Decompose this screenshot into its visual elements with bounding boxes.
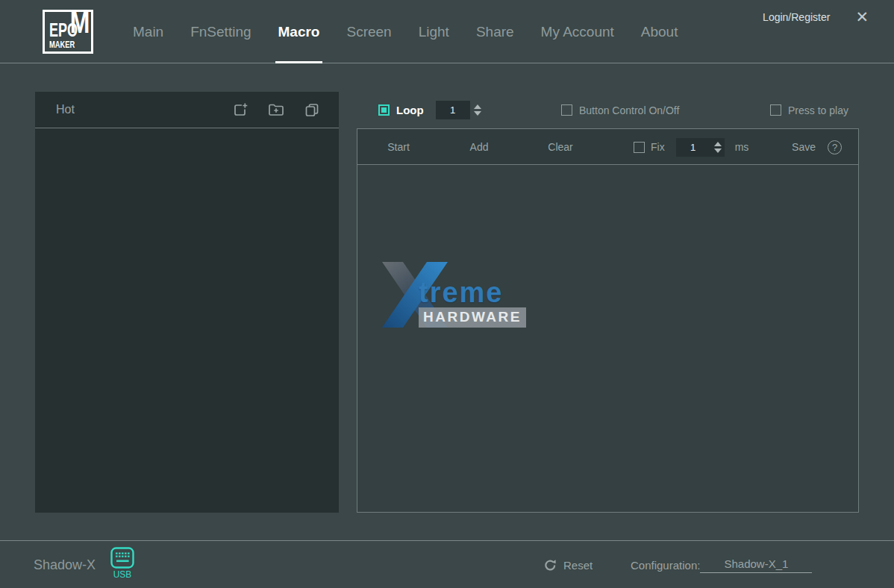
main-nav: Main FnSetting Macro Screen Light Share … — [133, 0, 678, 63]
clear-button[interactable]: Clear — [548, 129, 572, 165]
help-icon[interactable]: ? — [828, 140, 842, 154]
macro-list-title: Hot — [56, 103, 75, 116]
tab-share[interactable]: Share — [476, 0, 514, 63]
add-button[interactable]: Add — [470, 129, 489, 165]
usb-connection-label: USB — [113, 569, 132, 580]
button-control-checkbox[interactable] — [561, 104, 572, 116]
loop-count-input[interactable] — [436, 101, 470, 119]
configuration-name-field[interactable] — [700, 557, 812, 573]
macro-list-actions — [233, 102, 319, 117]
fix-delay-spinner — [710, 138, 725, 157]
reset-button[interactable]: Reset — [544, 541, 593, 588]
save-group: Save ? — [792, 129, 842, 165]
macro-list-header: Hot — [35, 92, 339, 128]
macro-list-panel: Hot — [35, 92, 339, 513]
loop-spin-up-icon[interactable] — [474, 104, 481, 109]
logo-letter-m: M — [69, 7, 90, 37]
close-icon[interactable]: ✕ — [855, 9, 869, 25]
fix-spin-up-icon[interactable] — [714, 142, 722, 146]
tab-my-account[interactable]: My Account — [541, 0, 614, 63]
button-control-label: Button Control On/Off — [579, 104, 679, 116]
fix-unit-label: ms — [735, 141, 749, 153]
tab-fnsetting[interactable]: FnSetting — [190, 0, 251, 63]
start-button[interactable]: Start — [387, 129, 410, 165]
configuration-label: Configuration: — [631, 559, 700, 572]
tab-macro[interactable]: Macro — [278, 0, 320, 63]
login-register-link[interactable]: Login/Register — [763, 11, 830, 23]
top-right-controls: Login/Register ✕ — [763, 9, 869, 25]
macro-steps-area[interactable] — [357, 165, 858, 512]
press-to-play-label: Press to play — [788, 104, 848, 116]
loop-checkbox[interactable] — [378, 104, 390, 116]
device-name: Shadow-X — [34, 541, 96, 588]
save-button[interactable]: Save — [792, 141, 816, 153]
fix-checkbox[interactable] — [634, 142, 645, 153]
add-folder-icon[interactable] — [268, 102, 284, 117]
loop-count-spinner — [470, 101, 483, 119]
fix-delay-group: Fix ms — [634, 129, 748, 165]
button-control-group: Button Control On/Off — [561, 92, 679, 128]
loop-group: Loop — [378, 92, 483, 128]
top-bar: EPO MAKER M Main FnSetting Macro Screen … — [0, 0, 894, 63]
press-to-play-group: Press to play — [770, 92, 848, 128]
fix-label: Fix — [651, 141, 665, 153]
epomaker-logo: EPO MAKER M — [43, 10, 93, 54]
macro-toolbar: Start Add Clear Fix ms — [357, 129, 858, 165]
macro-options-row: Loop Button Control On/Off Press to play — [357, 92, 859, 128]
tab-screen[interactable]: Screen — [346, 0, 391, 63]
add-macro-icon[interactable] — [233, 102, 248, 117]
fix-delay-wrap — [676, 138, 725, 157]
epomaker-app-window: EPO MAKER M Main FnSetting Macro Screen … — [0, 0, 894, 588]
loop-count-wrap — [436, 101, 483, 119]
tab-about[interactable]: About — [641, 0, 678, 63]
macro-list[interactable] — [35, 128, 339, 512]
tab-light[interactable]: Light — [419, 0, 449, 63]
loop-label: Loop — [396, 104, 424, 116]
fix-spin-down-icon[interactable] — [714, 148, 722, 153]
usb-device-button[interactable]: USB — [110, 547, 134, 580]
tab-main[interactable]: Main — [133, 0, 163, 63]
fix-delay-input[interactable] — [676, 138, 710, 157]
configuration-group: Configuration: — [631, 541, 812, 588]
loop-spin-down-icon[interactable] — [474, 111, 481, 116]
reset-icon — [544, 559, 557, 572]
logo-line-maker: MAKER — [49, 40, 80, 49]
macro-editor-panel: Start Add Clear Fix ms — [357, 128, 859, 513]
press-to-play-checkbox[interactable] — [770, 104, 781, 116]
copy-macro-icon[interactable] — [304, 102, 319, 117]
reset-label: Reset — [563, 559, 593, 572]
macro-editor: Loop Button Control On/Off Press to play — [357, 92, 859, 513]
keyboard-icon — [110, 547, 134, 569]
bottom-bar: Shadow-X USB Reset Configuration: — [0, 540, 894, 588]
